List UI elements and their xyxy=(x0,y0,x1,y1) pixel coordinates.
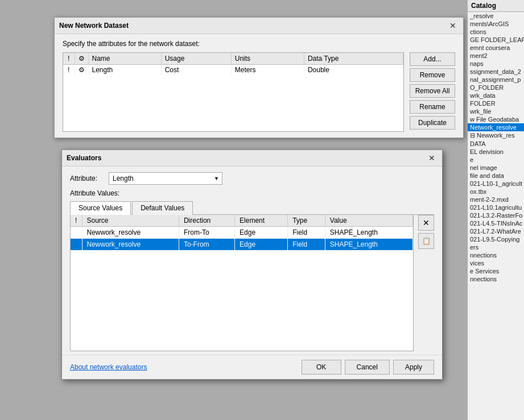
row-element: Edge xyxy=(235,239,288,251)
row-units: Meters xyxy=(231,65,304,76)
remove-all-button[interactable]: Remove All xyxy=(410,84,455,98)
about-network-evaluators-link[interactable]: About network evaluators xyxy=(70,363,147,371)
eval-body: Attribute: Length Attribute Values: Sour… xyxy=(62,167,442,351)
catalog-item[interactable]: 021-L4.5-TINsInAc xyxy=(468,219,524,227)
catalog-item[interactable]: 021-L3.2-RasterFo xyxy=(468,211,524,219)
row-element: Edge xyxy=(235,227,288,239)
eval-copy-button[interactable]: 📋 xyxy=(418,233,434,249)
eval-side-buttons: ✕ 📋 xyxy=(418,215,434,249)
tab-source-values[interactable]: Source Values xyxy=(70,201,131,215)
eval-col-type: Type xyxy=(288,215,325,227)
eval-col-element: Element xyxy=(235,215,288,227)
attr-table-header: ! ⚙ Name Usage Units Data Type xyxy=(63,53,403,65)
nnd-titlebar: New Network Dataset ✕ xyxy=(55,18,463,34)
catalog-item[interactable]: EL deivision xyxy=(468,148,524,156)
catalog-item[interactable]: e Services xyxy=(468,267,524,275)
attr-table-body: ! ⚙ Length Cost Meters Double xyxy=(63,65,403,76)
row-source: Newwork_resolve xyxy=(82,227,179,239)
catalog-item[interactable]: file and data xyxy=(468,172,524,180)
catalog-item[interactable]: naps xyxy=(468,60,524,68)
eval-col-indicator: ! xyxy=(71,215,82,227)
catalog-item[interactable]: ers xyxy=(468,243,524,251)
eval-footer: About network evaluators OK Cancel Apply xyxy=(62,355,442,379)
eval-footer-buttons: OK Cancel Apply xyxy=(302,360,434,375)
nnd-close-button[interactable]: ✕ xyxy=(447,21,459,30)
row-name: Length xyxy=(88,65,161,76)
catalog-item[interactable]: ment2 xyxy=(468,52,524,60)
apply-button[interactable]: Apply xyxy=(393,360,434,375)
row-type: Field xyxy=(288,227,325,239)
row-datatype: Double xyxy=(304,65,403,76)
catalog-item[interactable]: ment-2-2.mxd xyxy=(468,196,524,203)
catalog-item[interactable]: nel image xyxy=(468,164,524,172)
eval-content-area: ! Source Direction Element Type Value Ne… xyxy=(70,215,414,351)
catalog-item[interactable]: wrk_data xyxy=(468,92,524,99)
catalog-item[interactable]: w File Geodataba xyxy=(468,115,524,123)
attr-values-label: Attribute Values: xyxy=(70,189,434,197)
catalog-item[interactable]: O_FOLDER xyxy=(468,84,524,92)
catalog-item[interactable]: emnt coursera xyxy=(468,44,524,52)
catalog-item[interactable]: 021-L10.1agricultu xyxy=(468,203,524,211)
row-usage: Cost xyxy=(161,65,231,76)
catalog-item[interactable]: 021-L9.5-Copying xyxy=(468,235,524,243)
eval-titlebar: Evaluators ✕ xyxy=(62,150,442,167)
catalog-item[interactable]: nal_assignment_p xyxy=(468,76,524,84)
catalog-item[interactable]: GE FOLDER_LEARN xyxy=(468,36,524,44)
catalog-item[interactable]: ox.tbx xyxy=(468,188,524,196)
attr-table: ! ⚙ Name Usage Units Data Type ! xyxy=(63,53,403,75)
catalog-title: Catalog xyxy=(468,0,524,12)
catalog-item[interactable]: 021-L10-1_agricult xyxy=(468,180,524,188)
nnd-table-container: ! ⚙ Name Usage Units Data Type ! xyxy=(63,52,404,132)
catalog-item[interactable]: e xyxy=(468,156,524,164)
row-value: SHAPE_Length xyxy=(325,239,412,251)
row-source: Newwork_resolve xyxy=(82,239,179,251)
eval-dialog: Evaluators ✕ Attribute: Length Attribute… xyxy=(61,149,443,380)
row-indicator: ! xyxy=(63,65,75,76)
eval-table: ! Source Direction Element Type Value Ne… xyxy=(71,215,413,251)
add-button[interactable]: Add... xyxy=(410,52,455,66)
col-name: Name xyxy=(88,53,161,65)
eval-delete-button[interactable]: ✕ xyxy=(418,215,434,231)
ok-button[interactable]: OK xyxy=(302,360,341,375)
catalog-item[interactable]: DATA xyxy=(468,140,524,148)
col-usage: Usage xyxy=(161,53,231,65)
eval-tabs: Source Values Default Values xyxy=(70,201,434,215)
duplicate-button[interactable]: Duplicate xyxy=(410,116,455,130)
eval-col-value: Value xyxy=(325,215,412,227)
attribute-label: Attribute: xyxy=(70,174,104,182)
tab-default-values[interactable]: Default Values xyxy=(132,201,193,215)
col-units: Units xyxy=(231,53,304,65)
catalog-panel: Catalog _resolvements\ArcGISctionsGE FOL… xyxy=(467,0,524,420)
row-value: SHAPE_Length xyxy=(325,227,412,239)
catalog-item[interactable]: wrk_file xyxy=(468,107,524,115)
row-direction: To-From xyxy=(179,239,234,251)
catalog-item[interactable]: vices xyxy=(468,259,524,267)
table-row[interactable]: Newwork_resolve To-From Edge Field SHAPE… xyxy=(71,239,413,251)
catalog-item[interactable]: 021-L7.2-WhatAre xyxy=(468,227,524,235)
eval-close-button[interactable]: ✕ xyxy=(426,153,438,163)
catalog-item[interactable]: ssignment_data_2 xyxy=(468,68,524,76)
catalog-item[interactable]: ⊟ Newwork_res xyxy=(468,131,524,140)
cancel-button[interactable]: Cancel xyxy=(345,360,390,375)
table-row[interactable]: Newwork_resolve From-To Edge Field SHAPE… xyxy=(71,227,413,239)
table-row[interactable]: ! ⚙ Length Cost Meters Double xyxy=(63,65,403,76)
rename-button[interactable]: Rename xyxy=(410,100,455,114)
catalog-item[interactable]: nnections xyxy=(468,275,524,283)
row-type: Field xyxy=(288,239,325,251)
catalog-items: _resolvements\ArcGISctionsGE FOLDER_LEAR… xyxy=(468,12,524,283)
catalog-item[interactable]: FOLDER xyxy=(468,99,524,107)
eval-attr-row: Attribute: Length xyxy=(70,172,434,185)
catalog-item[interactable]: nnections xyxy=(468,251,524,259)
eval-table-header: ! Source Direction Element Type Value xyxy=(71,215,413,227)
nnd-title: New Network Dataset xyxy=(59,22,129,30)
catalog-item[interactable]: ments\ArcGIS xyxy=(468,20,524,28)
catalog-item[interactable]: ctions xyxy=(468,28,524,36)
eval-col-direction: Direction xyxy=(179,215,234,227)
catalog-item[interactable]: _resolve xyxy=(468,12,524,20)
attribute-select[interactable]: Length xyxy=(109,172,222,185)
catalog-item[interactable]: Network_resolve xyxy=(468,123,524,131)
remove-button[interactable]: Remove xyxy=(410,68,455,82)
col-datatype: Data Type xyxy=(304,53,403,65)
row-indicator xyxy=(71,239,82,251)
eval-table-body: Newwork_resolve From-To Edge Field SHAPE… xyxy=(71,227,413,251)
